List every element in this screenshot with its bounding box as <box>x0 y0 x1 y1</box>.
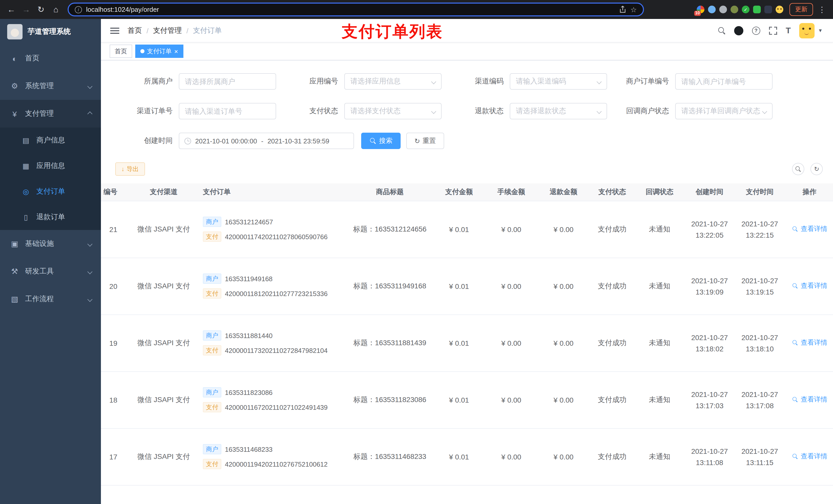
tab-home[interactable]: 首页 <box>110 45 132 58</box>
col-channel: 支付渠道 <box>129 183 198 201</box>
filter-label: 所属商户 <box>111 77 179 86</box>
extension-chat-icon[interactable] <box>753 6 761 13</box>
reset-button[interactable]: ↻ 重置 <box>406 133 444 149</box>
merchant-order-no: 1635312124657 <box>225 218 273 225</box>
col-amount: 支付金额 <box>433 183 485 201</box>
sidebar-item-system[interactable]: ⚙ 系统管理 <box>0 72 101 100</box>
extension-icon[interactable] <box>731 6 738 13</box>
fullscreen-icon[interactable] <box>769 26 777 34</box>
cell-create-time: 2021-10-2713:11:08 <box>684 428 735 485</box>
sidebar-item-home[interactable]: ◐ 首页 <box>0 45 101 72</box>
breadcrumb-home[interactable]: 首页 <box>127 26 142 35</box>
col-status: 支付状态 <box>589 183 635 201</box>
sidebar-item-payment[interactable]: ¥ 支付管理 <box>0 100 101 127</box>
export-button[interactable]: ↓ 导出 <box>115 162 145 176</box>
merchant-badge: 商户 <box>203 444 221 454</box>
create-time-range-picker[interactable]: 2021-10-01 00:00:00 - 2021-10-31 23:59:5… <box>179 133 354 149</box>
user-avatar[interactable] <box>800 23 815 38</box>
github-icon[interactable] <box>734 26 743 35</box>
refund-status-select[interactable]: 请选择退款状态 <box>510 103 607 119</box>
pay-badge: 支付 <box>203 232 221 242</box>
app-logo[interactable]: 芋道管理系统 <box>0 19 101 45</box>
app-filter-select[interactable]: 请选择应用信息 <box>344 73 442 90</box>
filter-row: 渠道订单号 支付状态 请选择支付状态 退款状态 请选择退款状态 <box>101 103 833 119</box>
close-icon[interactable]: × <box>174 48 178 54</box>
select-placeholder: 请选择支付状态 <box>351 106 430 116</box>
cell-refund: ¥ 0.00 <box>538 258 589 314</box>
address-bar[interactable]: i localhost:1024/pay/order ☆ <box>68 3 644 16</box>
filter-merchant: 所属商户 <box>111 73 276 90</box>
refresh-table-button[interactable]: ↻ <box>810 163 823 175</box>
tab-pay-order[interactable]: 支付订单 × <box>135 45 183 58</box>
breadcrumb-payment[interactable]: 支付管理 <box>153 26 182 35</box>
merchant-filter-input[interactable] <box>179 73 276 90</box>
extension-emoji-icon[interactable] <box>776 6 783 13</box>
view-detail-link[interactable]: 查看详情 <box>791 224 827 234</box>
sidebar-item-pay-order[interactable]: ◎ 支付订单 <box>0 179 101 205</box>
view-detail-link[interactable]: 查看详情 <box>791 281 827 290</box>
browser-update-button[interactable]: 更新 <box>789 3 813 16</box>
reload-icon[interactable]: ↻ <box>36 5 46 14</box>
filter-channel-code: 渠道编码 请输入渠道编码 <box>442 73 607 90</box>
cell-amount: ¥ 0.01 <box>433 314 485 371</box>
font-size-icon[interactable]: T <box>786 26 791 35</box>
cell-fee: ¥ 0.00 <box>485 201 538 258</box>
sidebar-item-devtools[interactable]: ⚒ 研发工具 <box>0 258 101 285</box>
cell-notify: 未通知 <box>635 201 684 258</box>
extension-icon[interactable] <box>708 6 716 13</box>
link-label: 查看详情 <box>801 281 827 290</box>
channel-order-no-input[interactable] <box>179 103 276 119</box>
search-icon <box>370 138 376 144</box>
screen: ← → ↻ ⌂ i localhost:1024/pay/order ☆ 10 … <box>0 0 833 504</box>
share-icon[interactable] <box>620 6 626 13</box>
bookmark-star-icon[interactable]: ☆ <box>630 5 637 14</box>
pay-badge: 支付 <box>203 288 221 298</box>
extensions-puzzle-icon[interactable]: 10 <box>697 6 705 13</box>
extension-icon[interactable] <box>719 6 727 13</box>
cell-title: 标题：1635311949168 <box>346 258 433 314</box>
cell-id: 19 <box>101 314 129 371</box>
sidebar-item-merchant-info[interactable]: ▤ 商户信息 <box>0 127 101 153</box>
sidebar-item-app-info[interactable]: ▦ 应用信息 <box>0 153 101 179</box>
site-info-icon[interactable]: i <box>75 6 82 13</box>
sidebar-item-label: 支付订单 <box>37 187 65 196</box>
pay-order-no: 4200001194202110276752100612 <box>225 460 328 468</box>
cell-id: 20 <box>101 258 129 314</box>
top-navbar: 首页 支付管理 支付订单 支付订单列表 T ▾ <box>101 19 833 43</box>
back-icon[interactable]: ← <box>6 5 16 14</box>
cell-status: 支付成功 <box>589 258 635 314</box>
caret-down-icon[interactable]: ▾ <box>819 27 822 34</box>
cell-refund <box>538 485 589 504</box>
sidebar-item-infrastructure[interactable]: ▣ 基础设施 <box>0 230 101 258</box>
view-detail-link[interactable]: 查看详情 <box>791 452 827 461</box>
view-detail-link[interactable]: 查看详情 <box>791 338 827 347</box>
chevron-down-icon <box>762 109 767 114</box>
search-icon[interactable] <box>718 27 725 34</box>
search-button[interactable]: 搜索 <box>361 133 401 149</box>
forward-icon[interactable]: → <box>21 5 31 14</box>
sidebar-item-label: 基础设施 <box>25 239 54 248</box>
sidebar-item-label: 工作流程 <box>25 294 54 304</box>
home-icon[interactable]: ⌂ <box>51 5 61 14</box>
link-label: 查看详情 <box>801 452 827 461</box>
cell-pay-time: 2021-10-2713:11:15 <box>735 428 784 485</box>
view-detail-link[interactable]: 查看详情 <box>791 395 827 404</box>
notify-status-select[interactable]: 请选择订单回调商户状态 <box>675 103 772 119</box>
merchant-order-no-input[interactable] <box>675 73 772 90</box>
url-text[interactable]: localhost:1024/pay/order <box>86 6 616 13</box>
merchant-order-no: 1635311881440 <box>225 332 272 339</box>
cell-channel: 微信 JSAPI 支付 <box>129 428 198 485</box>
sidebar-toggle-icon[interactable] <box>110 26 119 35</box>
extension-check-icon[interactable] <box>742 6 749 13</box>
toggle-search-button[interactable] <box>792 163 804 175</box>
help-icon[interactable] <box>752 26 760 34</box>
cell-channel: 微信 JSAPI 支付 <box>129 371 198 428</box>
sidebar-item-refund-order[interactable]: ▯ 退款订单 <box>0 205 101 230</box>
tags-view-bar: 首页 支付订单 × <box>101 43 833 61</box>
tools-icon: ⚒ <box>10 267 19 276</box>
extension-icon[interactable] <box>764 6 772 13</box>
channel-code-select[interactable]: 请输入渠道编码 <box>510 73 607 90</box>
sidebar-item-workflow[interactable]: ▧ 工作流程 <box>0 285 101 313</box>
browser-menu-icon[interactable]: ⋮ <box>817 5 827 14</box>
pay-status-select[interactable]: 请选择支付状态 <box>344 103 442 119</box>
